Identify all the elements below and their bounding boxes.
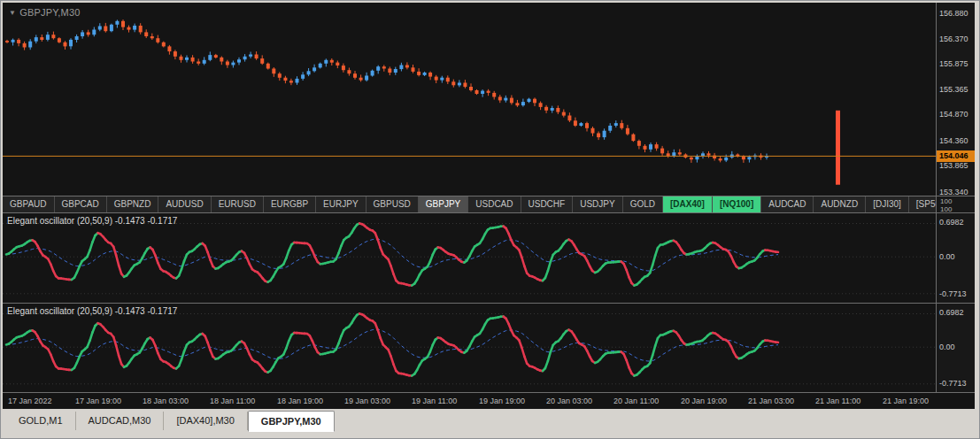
- price-chart-svg[interactable]: [3, 3, 936, 196]
- price-axis-label: 155.875: [939, 59, 968, 68]
- symbol-tab-usdcad[interactable]: USDCAD: [468, 196, 521, 212]
- time-axis-label: 20 Jan 19:00: [681, 397, 727, 405]
- osc-axis-label-zero: 0.00: [939, 343, 955, 351]
- oscillator-axis-2[interactable]: 0.6982 0.00 -0.7713: [936, 304, 975, 392]
- oscillator-label-1: Elegant oscillator (20,50,9) -0.1473 -0.…: [7, 216, 177, 226]
- time-axis-label: 20 Jan 03:00: [546, 397, 592, 405]
- price-axis-label: 154.870: [939, 110, 968, 119]
- price-chart-section: ▼GBPJPY,M30 154.046 156.880156.370155.87…: [3, 3, 975, 196]
- symbol-tab-audusd[interactable]: AUDUSD: [158, 196, 211, 212]
- oscillator-panel-2: Elegant oscillator (20,50,9) -0.1473 -0.…: [3, 303, 975, 392]
- symbol-tab-usdjpy[interactable]: USDJPY: [573, 196, 622, 212]
- chart-tab-gold-m1[interactable]: GOLD,M1: [6, 412, 76, 430]
- price-axis-label: 153.865: [939, 161, 968, 170]
- time-axis-label: 20 Jan 11:00: [613, 397, 659, 405]
- price-axis-label: 153.340: [939, 188, 968, 196]
- oscillator-axis-1[interactable]: 0.6982 0.00 -0.7713: [936, 213, 975, 303]
- time-axis-label: 21 Jan 03:00: [748, 397, 794, 405]
- symbol-tab-dji30[interactable]: [DJI30]: [866, 196, 909, 212]
- chart-tab--dax40--m30[interactable]: [DAX40],M30: [164, 412, 247, 430]
- osc-axis-label-high: 0.6982: [939, 218, 964, 227]
- chart-title: ▼GBPJPY,M30: [9, 7, 81, 18]
- time-axis-label: 19 Jan 19:00: [479, 397, 525, 405]
- symbol-tab-sp500[interactable]: [SP500]: [909, 196, 936, 212]
- symbol-tab-gbpjpy[interactable]: GBPJPY: [419, 196, 468, 212]
- oscillator-pane-1[interactable]: Elegant oscillator (20,50,9) -0.1473 -0.…: [3, 213, 936, 303]
- time-axis-label: 17 Jan 19:00: [75, 397, 121, 405]
- chart-title-label: GBPJPY,M30: [19, 7, 80, 18]
- symbol-tab-gold[interactable]: GOLD: [623, 196, 663, 212]
- symbol-tab-row: GBPAUDGBPCADGBPNZDAUDUSDEURUSDEURGBPEURJ…: [3, 196, 975, 213]
- bottom-tab-bar: GOLD,M1AUDCAD,M30[DAX40],M30GBPJPY,M30: [3, 409, 975, 438]
- oscillator-panel-1: Elegant oscillator (20,50,9) -0.1473 -0.…: [3, 213, 975, 303]
- oscillator-pane-2[interactable]: Elegant oscillator (20,50,9) -0.1473 -0.…: [3, 304, 936, 392]
- osc-axis-label-high: 0.6982: [939, 308, 964, 317]
- price-axis-label: 156.880: [939, 9, 968, 18]
- symbol-tab-audcad[interactable]: AUDCAD: [761, 196, 814, 212]
- symbol-tab-gbpnzd[interactable]: GBPNZD: [107, 196, 159, 212]
- oscillator-svg-1[interactable]: [3, 213, 936, 303]
- symbol-tab-audnzd[interactable]: AUDNZD: [814, 196, 866, 212]
- time-axis-label: 21 Jan 19:00: [883, 397, 929, 405]
- symbol-tab-eurgbp[interactable]: EURGBP: [264, 196, 316, 212]
- symbol-tab-nq100[interactable]: [NQ100]: [713, 196, 761, 212]
- chart-tab-audcad-m30[interactable]: AUDCAD,M30: [76, 412, 165, 430]
- symbol-tabs: GBPAUDGBPCADGBPNZDAUDUSDEURUSDEURGBPEURJ…: [3, 196, 936, 212]
- chart-dropdown-icon[interactable]: ▼: [9, 9, 16, 17]
- price-axis-label: 156.370: [939, 35, 968, 43]
- symbol-tab-dax40[interactable]: [DAX40]: [663, 196, 713, 212]
- symbol-tab-gbpaud[interactable]: GBPAUD: [3, 196, 55, 212]
- price-axis-label: 154.360: [939, 136, 968, 145]
- time-axis-label: 18 Jan 03:00: [143, 397, 189, 405]
- volume-axis-label: 100: [940, 197, 975, 205]
- time-axis-label: 17 Jan 2022: [8, 397, 52, 405]
- chart-tab-gbpjpy-m30[interactable]: GBPJPY,M30: [248, 411, 335, 432]
- oscillator-svg-2[interactable]: [3, 304, 936, 392]
- trading-terminal-window: ▼GBPJPY,M30 154.046 156.880156.370155.87…: [0, 0, 980, 439]
- oscillator-label-2: Elegant oscillator (20,50,9) -0.1473 -0.…: [7, 306, 177, 316]
- osc-axis-label-zero: 0.00: [939, 252, 955, 261]
- time-axis[interactable]: 17 Jan 202217 Jan 19:0018 Jan 03:0018 Ja…: [3, 392, 975, 409]
- symbol-tab-eurusd[interactable]: EURUSD: [212, 196, 264, 212]
- symbol-tab-gbpusd[interactable]: GBPUSD: [367, 196, 419, 212]
- symbol-tab-gbpcad[interactable]: GBPCAD: [55, 196, 107, 212]
- osc-axis-label-low: -0.7713: [939, 289, 967, 298]
- price-axis[interactable]: 154.046 156.880156.370155.875155.365154.…: [936, 3, 975, 196]
- osc-axis-label-low: -0.7713: [939, 379, 967, 388]
- time-axis-label: 19 Jan 03:00: [344, 397, 390, 405]
- time-axis-label: 21 Jan 11:00: [815, 397, 860, 405]
- time-axis-label: 18 Jan 11:00: [210, 397, 255, 405]
- volume-axis-label: 100: [940, 205, 975, 212]
- time-axis-label: 18 Jan 19:00: [277, 397, 323, 405]
- price-chart-pane[interactable]: ▼GBPJPY,M30: [3, 3, 936, 196]
- symbol-tab-eurjpy[interactable]: EURJPY: [316, 196, 366, 212]
- price-axis-label: 155.365: [939, 85, 968, 94]
- volume-axis: 100 100: [936, 196, 975, 212]
- time-axis-label: 19 Jan 11:00: [412, 397, 457, 405]
- symbol-tab-usdchf[interactable]: USDCHF: [521, 196, 574, 212]
